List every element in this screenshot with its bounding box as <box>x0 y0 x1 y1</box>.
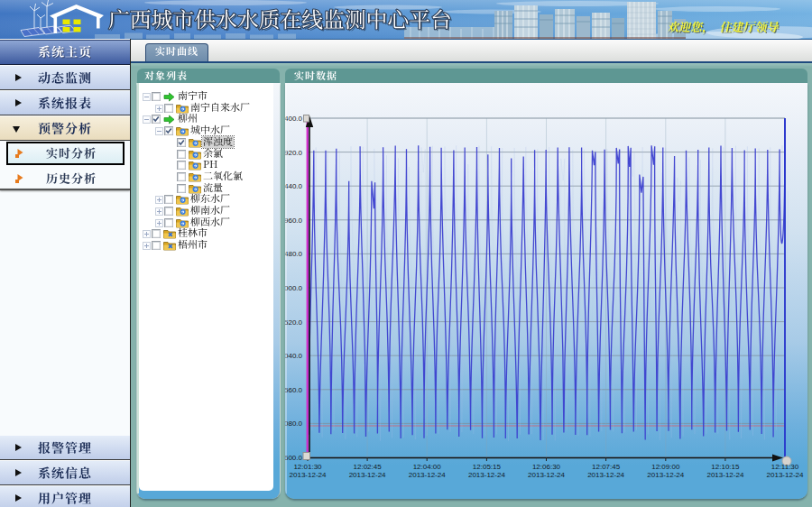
svg-text:2040.0: 2040.0 <box>285 352 303 360</box>
svg-text:5400.0: 5400.0 <box>285 115 303 123</box>
svg-text:2013-12-24: 2013-12-24 <box>290 471 327 479</box>
svg-text:12:06:30: 12:06:30 <box>532 463 561 471</box>
svg-text:600.0: 600.0 <box>285 454 303 462</box>
svg-text:4440.0: 4440.0 <box>285 182 303 190</box>
svg-text:2013-12-24: 2013-12-24 <box>409 471 446 479</box>
svg-text:1080.0: 1080.0 <box>285 419 303 428</box>
svg-text:2013-12-24: 2013-12-24 <box>706 471 743 479</box>
svg-text:12:05:15: 12:05:15 <box>473 463 502 471</box>
svg-text:12:09:00: 12:09:00 <box>651 463 680 471</box>
svg-text:2013-12-24: 2013-12-24 <box>349 471 386 479</box>
svg-text:12:04:00: 12:04:00 <box>413 463 442 471</box>
svg-text:2013-12-24: 2013-12-24 <box>587 471 624 479</box>
svg-text:2520.0: 2520.0 <box>285 318 303 327</box>
svg-text:2013-12-24: 2013-12-24 <box>647 471 684 479</box>
svg-text:12:02:45: 12:02:45 <box>354 463 383 471</box>
svg-text:4920.0: 4920.0 <box>285 149 303 157</box>
svg-text:2013-12-24: 2013-12-24 <box>468 471 505 479</box>
svg-text:12:10:15: 12:10:15 <box>711 463 740 471</box>
svg-text:3960.0: 3960.0 <box>285 217 303 225</box>
svg-text:3000.0: 3000.0 <box>285 284 303 292</box>
svg-text:2013-12-24: 2013-12-24 <box>528 471 565 479</box>
svg-text:12:11:30: 12:11:30 <box>771 463 799 471</box>
svg-text:12:01:30: 12:01:30 <box>293 463 322 471</box>
svg-text:3480.0: 3480.0 <box>285 250 303 258</box>
svg-text:12:07:45: 12:07:45 <box>592 463 621 471</box>
svg-text:1560.0: 1560.0 <box>285 386 303 394</box>
svg-text:2013-12-24: 2013-12-24 <box>767 471 804 479</box>
